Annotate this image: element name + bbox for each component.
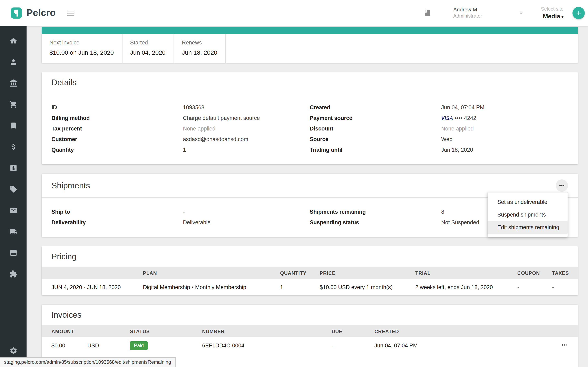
detail-label: Quantity bbox=[52, 145, 183, 155]
pricing-cell-trial: 2 weeks left, ends Jun 18, 2020 bbox=[415, 284, 517, 290]
gear-icon bbox=[9, 347, 17, 355]
shipment-label: Deliverability bbox=[52, 217, 183, 228]
pricing-header-taxes: TAXES bbox=[552, 270, 569, 276]
shipments-card: Shipments Ship to - Deliverability Deliv… bbox=[42, 174, 578, 237]
pricing-cell-coupon: - bbox=[517, 284, 552, 290]
shipment-value: - bbox=[183, 207, 185, 217]
pricing-table-row[interactable]: JUN 4, 2020 - JUN 18, 2020 Digital Membe… bbox=[42, 279, 578, 295]
shipment-value: 8 bbox=[441, 207, 444, 217]
detail-value: None applied bbox=[183, 124, 215, 134]
docs-icon[interactable] bbox=[424, 9, 431, 17]
detail-row-source: Source Web bbox=[310, 134, 568, 145]
sidebar-item-customers[interactable] bbox=[0, 54, 26, 70]
sidebar-item-orders[interactable] bbox=[0, 96, 26, 113]
shipment-label: Shipments remaining bbox=[310, 207, 441, 217]
sidebar-item-store[interactable] bbox=[0, 245, 26, 261]
stat-value: $10.00 on Jun 18, 2020 bbox=[49, 47, 114, 58]
cart-icon bbox=[9, 100, 17, 108]
sidebar-item-shipments[interactable] bbox=[0, 224, 26, 240]
invoices-header-amount: AMOUNT bbox=[52, 328, 87, 334]
chevron-down-icon[interactable] bbox=[518, 10, 524, 16]
invoices-card-header: Invoices bbox=[42, 305, 578, 325]
shipment-label: Suspending status bbox=[310, 217, 441, 228]
sidebar-item-settings[interactable] bbox=[0, 342, 26, 359]
viewport: Pelcro Andrew M Administrator Select sit… bbox=[0, 0, 588, 367]
topbar-right: Andrew M Administrator Select site Media… bbox=[424, 4, 588, 21]
detail-row-id: ID 1093568 bbox=[52, 102, 310, 113]
sidebar-item-coupons[interactable] bbox=[0, 181, 26, 197]
detail-value: Jun 04, 07:04 PM bbox=[441, 102, 484, 113]
pricing-header-quantity: QUANTITY bbox=[280, 270, 320, 276]
invoice-row-actions-icon[interactable] bbox=[561, 341, 568, 349]
menu-item-set-undeliverable[interactable]: Set as undeliverable bbox=[488, 196, 568, 208]
stat-label: Next invoice bbox=[49, 38, 114, 47]
detail-label: Tax percent bbox=[52, 124, 183, 134]
bookmark-icon bbox=[9, 122, 17, 130]
invoices-table-header: AMOUNT STATUS NUMBER DUE CREATED bbox=[42, 325, 578, 337]
detail-value: Web bbox=[441, 134, 452, 145]
home-icon bbox=[9, 37, 17, 45]
sidebar-item-accounts[interactable] bbox=[0, 75, 26, 91]
sidebar-item-email[interactable] bbox=[0, 202, 26, 218]
detail-value-payment-source: VISA•••• 4242 bbox=[441, 113, 476, 124]
detail-label: Discount bbox=[310, 124, 441, 134]
detail-label: ID bbox=[52, 102, 183, 113]
pricing-cell-taxes: - bbox=[552, 284, 568, 290]
user-role: Administrator bbox=[453, 13, 482, 19]
detail-value-customer-email[interactable]: asdasd@ohasdoahsd.com bbox=[183, 134, 248, 145]
detail-value: Jun 18, 2020 bbox=[441, 145, 473, 155]
detail-label: Payment source bbox=[310, 113, 441, 124]
user-name: Andrew M bbox=[453, 7, 482, 13]
site-selector-label: Select site bbox=[541, 6, 563, 12]
detail-row-trialing-until: Trialing until Jun 18, 2020 bbox=[310, 145, 568, 155]
subscription-summary-card: Next invoice $10.00 on Jun 18, 2020 Star… bbox=[42, 27, 578, 63]
main-content: Next invoice $10.00 on Jun 18, 2020 Star… bbox=[26, 26, 588, 367]
sidebar bbox=[0, 26, 26, 367]
sidebar-item-home[interactable] bbox=[0, 33, 26, 49]
user-menu[interactable]: Andrew M Administrator bbox=[453, 7, 482, 19]
menu-item-suspend-shipments[interactable]: Suspend shipments bbox=[488, 208, 568, 221]
sidebar-item-subscriptions[interactable] bbox=[0, 117, 26, 134]
store-icon bbox=[9, 249, 17, 257]
menu-item-edit-shipments-remaining[interactable]: Edit shipments remaining bbox=[488, 221, 568, 234]
details-card-header: Details bbox=[42, 72, 578, 93]
stat-next-invoice: Next invoice $10.00 on Jun 18, 2020 bbox=[42, 34, 122, 63]
detail-label: Billing method bbox=[52, 113, 183, 124]
shipments-left-column: Ship to - Deliverability Deliverable bbox=[52, 207, 310, 228]
detail-row-created: Created Jun 04, 07:04 PM bbox=[310, 102, 568, 113]
invoice-table-row[interactable]: $0.00 USD Paid 6EF1DD4C-0004 - Jun 04, 0… bbox=[42, 337, 578, 354]
detail-row-quantity: Quantity 1 bbox=[52, 145, 310, 155]
brand-logo[interactable]: Pelcro bbox=[0, 7, 56, 19]
site-selector-value: Media▾ bbox=[541, 12, 563, 21]
pricing-cell-period: JUN 4, 2020 - JUN 18, 2020 bbox=[52, 284, 143, 290]
shipment-row-ship-to: Ship to - bbox=[52, 207, 310, 217]
invoice-cell-number: 6EF1DD4C-0004 bbox=[202, 342, 332, 349]
sidebar-item-payments[interactable] bbox=[0, 139, 26, 155]
truck-icon bbox=[9, 227, 17, 236]
pricing-cell-price: $10.00 USD every 1 month(s) bbox=[320, 284, 415, 290]
status-bar-url: staging.pelcro.com/admin/85/subscription… bbox=[0, 357, 176, 367]
shipments-actions-button[interactable] bbox=[556, 179, 568, 192]
card-accent-strip bbox=[42, 27, 578, 34]
more-horizontal-icon bbox=[558, 182, 566, 189]
sidebar-item-integrations[interactable] bbox=[0, 266, 26, 282]
brand-name: Pelcro bbox=[26, 7, 56, 18]
mail-icon bbox=[9, 206, 17, 215]
invoices-header-number: NUMBER bbox=[202, 328, 332, 334]
shipments-title: Shipments bbox=[52, 181, 90, 190]
detail-value: None applied bbox=[441, 124, 474, 134]
person-icon bbox=[9, 58, 17, 66]
invoices-title: Invoices bbox=[52, 310, 81, 320]
visa-logo: VISA bbox=[441, 115, 453, 121]
stat-label: Renews bbox=[182, 38, 217, 47]
sidebar-item-reports[interactable] bbox=[0, 160, 26, 176]
pricing-header-price: PRICE bbox=[320, 270, 415, 276]
stat-renews: Renews Jun 18, 2020 bbox=[174, 34, 226, 63]
site-selector[interactable]: Select site Media▾ bbox=[541, 6, 563, 21]
detail-row-customer: Customer asdasd@ohasdoahsd.com bbox=[52, 134, 310, 145]
menu-toggle-icon[interactable] bbox=[65, 8, 76, 18]
add-button[interactable]: + bbox=[572, 7, 585, 19]
detail-value: Charge default payment source bbox=[183, 113, 260, 124]
pricing-title: Pricing bbox=[52, 252, 76, 261]
invoice-cell-created: Jun 04, 07:04 PM bbox=[374, 342, 550, 349]
